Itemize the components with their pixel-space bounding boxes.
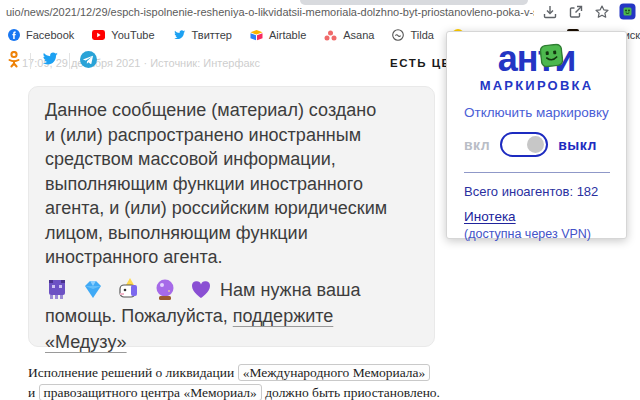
bookmark-twitter[interactable]: Твиттер xyxy=(173,29,232,41)
body-text: Исполнение решений о ликвидации xyxy=(28,365,238,380)
toggle-off-label: выкл xyxy=(558,137,597,153)
bookmark-label: Airtable xyxy=(269,29,306,41)
divider xyxy=(464,172,610,173)
browser-toolbar xyxy=(541,3,636,20)
agents-total: Всего иноагентов: 182 xyxy=(464,184,609,199)
bookmark-tilda[interactable]: Tilda xyxy=(392,29,433,41)
bookmark-airtable[interactable]: Airtable xyxy=(250,29,306,41)
green-face-icon xyxy=(538,43,563,68)
crystal-ball-emoji xyxy=(153,277,177,301)
site-header-text[interactable]: ЕСТЬ ЦЕ xyxy=(390,57,451,69)
browser-window: uio/news/2021/12/29/espch-ispolnenie-res… xyxy=(0,0,640,400)
vpn-note: (доступна через VPN) xyxy=(464,227,609,241)
bookmark-label: Facebook xyxy=(26,29,74,41)
youtube-icon xyxy=(92,30,105,40)
telegram-icon[interactable] xyxy=(80,51,97,72)
gem-emoji xyxy=(81,277,105,301)
address-bar[interactable]: uio/news/2021/12/29/espch-ispolnenie-res… xyxy=(6,6,534,20)
purple-heart-emoji xyxy=(189,277,213,301)
toggle-knob xyxy=(527,136,544,153)
body-text: должно быть приостановлено. xyxy=(262,385,440,400)
logo-text-markirovka: МАРКИРОВКА xyxy=(464,78,609,93)
marked-entity: «Международного Мемориала» xyxy=(238,364,431,381)
bookmark-label: Твиттер xyxy=(192,29,232,41)
tab-strip-shadow xyxy=(300,0,528,5)
asana-icon xyxy=(324,30,337,41)
twitter-share-icon[interactable] xyxy=(41,52,59,71)
antimarkirovka-popup: анти МАРКИРОВКА Отключить маркировку вкл… xyxy=(446,31,627,239)
bookmark-youtube[interactable]: YouTube xyxy=(92,29,154,41)
disable-marking-link[interactable]: Отключить маркировку xyxy=(464,105,609,120)
monster-emoji xyxy=(45,277,69,301)
odnoklassniki-icon[interactable] xyxy=(8,51,20,72)
article-body: Исполнение решений о ликвидации «Междуна… xyxy=(28,363,498,400)
extension-logo: анти МАРКИРОВКА xyxy=(464,42,609,93)
airtable-icon xyxy=(250,30,263,41)
bookmark-facebook[interactable]: Facebook xyxy=(8,29,74,41)
separator xyxy=(30,53,31,69)
toggle-on-label: вкл xyxy=(464,137,490,153)
download-icon[interactable] xyxy=(541,3,558,20)
bookmark-label: Asana xyxy=(343,29,374,41)
share-icon[interactable] xyxy=(567,3,584,20)
inoteka-link[interactable]: Инотека xyxy=(464,209,516,224)
separator xyxy=(69,53,70,69)
unicorn-emoji xyxy=(117,277,141,301)
twitter-icon xyxy=(173,30,186,41)
disclaimer-text: Данное сообщение (материал) создано и (и… xyxy=(45,98,418,270)
bookmark-asana[interactable]: Asana xyxy=(324,29,374,41)
article-line: и правозащитного центра «Мемориал» должн… xyxy=(28,383,498,400)
marked-entity: правозащитного центра «Мемориал» xyxy=(39,384,262,400)
extension-icon[interactable] xyxy=(619,3,636,20)
body-text: и xyxy=(28,385,39,400)
article-line: Исполнение решений о ликвидации «Междуна… xyxy=(28,363,498,383)
marking-toggle-switch[interactable] xyxy=(500,132,548,157)
facebook-icon xyxy=(8,29,20,41)
toggle-row: вкл выкл xyxy=(464,132,609,157)
logo-text-anti: анти xyxy=(498,42,576,76)
share-row xyxy=(8,50,97,72)
bookmark-label: YouTube xyxy=(111,29,154,41)
star-icon[interactable] xyxy=(593,3,610,20)
foreign-agent-notice: Данное сообщение (материал) создано и (и… xyxy=(28,86,435,347)
support-line: Нам нужна ваша помощь. Пожалуйста, подде… xyxy=(45,277,390,355)
bookmark-label: Tilda xyxy=(410,29,433,41)
tilda-icon xyxy=(392,29,404,41)
